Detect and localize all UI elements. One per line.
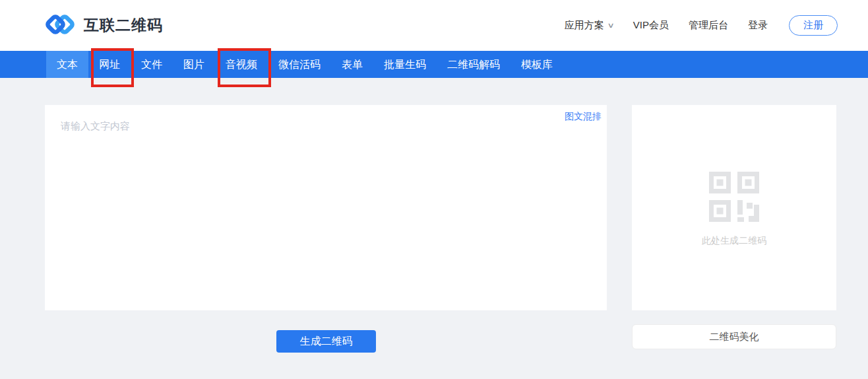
page: 互联二维码 应用方案∨VIP会员管理后台登录 注册 文本网址文件图片音视频微信活…: [0, 0, 868, 379]
brand-title: 互联二维码: [84, 15, 163, 36]
rich-text-layout-link[interactable]: 图文混排: [565, 111, 602, 123]
header-menu: 应用方案∨VIP会员管理后台登录: [565, 19, 768, 32]
tab-audio-video[interactable]: 音视频: [215, 51, 268, 78]
beautify-qr-button[interactable]: 二维码美化: [632, 324, 836, 349]
brand-logo-icon: [45, 12, 75, 40]
editor-card: 图文混排: [45, 105, 607, 310]
tab-wechat-live[interactable]: 微信活码: [268, 51, 331, 78]
nav-tabs: 文本网址文件图片音视频微信活码表单批量生码二维码解码模板库: [0, 51, 868, 78]
chevron-down-icon: ∨: [607, 21, 614, 30]
menu-item-app-solutions[interactable]: 应用方案∨: [565, 19, 613, 32]
tab-decode[interactable]: 二维码解码: [437, 51, 511, 78]
tab-form[interactable]: 表单: [331, 51, 373, 78]
menu-item-login[interactable]: 登录: [748, 19, 768, 32]
tab-text[interactable]: 文本: [46, 51, 88, 78]
menu-item-vip-member[interactable]: VIP会员: [633, 19, 669, 32]
qr-preview-card: 此处生成二维码: [632, 105, 836, 310]
tab-url[interactable]: 网址: [88, 51, 131, 78]
menu-item-admin-console[interactable]: 管理后台: [689, 19, 728, 32]
generate-qr-button[interactable]: 生成二维码: [276, 330, 376, 353]
tab-batch[interactable]: 批量生码: [373, 51, 437, 78]
brand[interactable]: 互联二维码: [45, 12, 163, 40]
tab-image[interactable]: 图片: [173, 51, 215, 78]
qr-preview-caption: 此处生成二维码: [702, 235, 766, 247]
qr-code-placeholder-icon: [709, 172, 759, 224]
register-button[interactable]: 注册: [789, 15, 838, 36]
tab-file[interactable]: 文件: [131, 51, 173, 78]
header: 互联二维码 应用方案∨VIP会员管理后台登录 注册: [0, 0, 868, 51]
tab-templates[interactable]: 模板库: [511, 51, 563, 78]
text-content-input[interactable]: [45, 105, 607, 310]
